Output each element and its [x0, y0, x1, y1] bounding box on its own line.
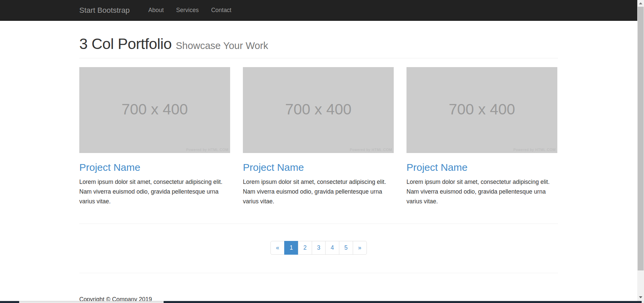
pagination: « 1 2 3 4 5 [270, 241, 367, 255]
page-subtitle: Showcase Your Work [176, 40, 268, 51]
page-content: Start Bootstrap About Services Contact 3… [0, 0, 637, 303]
nav-link-services[interactable]: Services [170, 7, 205, 14]
pagination-page-4-link[interactable]: 4 [325, 241, 339, 255]
pagination-page-5: 5 [339, 241, 353, 255]
placeholder-watermark: Powered by HTML.COM [350, 148, 392, 152]
nav-link-about[interactable]: About [142, 7, 170, 14]
pagination-wrap: « 1 2 3 4 5 [79, 241, 558, 255]
horizontal-scrollbar-thumb[interactable] [19, 301, 164, 303]
project-title-1: Project Name [79, 162, 230, 173]
project-image-link-3[interactable]: 700 x 400 Powered by HTML.COM [406, 67, 557, 153]
page-header: 3 Col Portfolio Showcase Your Work [79, 36, 558, 58]
pagination-page-1-link[interactable]: 1 [284, 241, 298, 255]
project-description-2: Lorem ipsum dolor sit amet, consectetur … [243, 177, 394, 206]
placeholder-dimensions: 700 x 400 [243, 101, 394, 118]
placeholder-watermark: Powered by HTML.COM [186, 148, 228, 152]
pagination-prev: « [270, 241, 285, 255]
project-card-1: 700 x 400 Powered by HTML.COM Project Na… [79, 67, 230, 206]
pagination-next-link[interactable]: » [353, 241, 367, 255]
project-image-link-1[interactable]: 700 x 400 Powered by HTML.COM [79, 67, 230, 153]
pagination-prev-link[interactable]: « [270, 241, 285, 255]
nav-link-contact[interactable]: Contact [205, 7, 238, 14]
placeholder-watermark: Powered by HTML.COM [513, 148, 556, 152]
divider-bottom [79, 273, 558, 273]
vertical-scrollbar-thumb[interactable] [638, 7, 644, 270]
project-title-2: Project Name [243, 162, 394, 173]
placeholder-dimensions: 700 x 400 [406, 101, 557, 118]
pagination-page-5-link[interactable]: 5 [339, 241, 353, 255]
arrow-down-icon [639, 296, 642, 298]
project-card-2: 700 x 400 Powered by HTML.COM Project Na… [243, 67, 394, 206]
vertical-scrollbar[interactable] [637, 0, 644, 303]
pagination-page-4: 4 [326, 241, 339, 255]
pagination-page-2: 2 [298, 241, 312, 255]
project-title-link-2[interactable]: Project Name [243, 162, 304, 173]
arrow-up-icon [639, 2, 642, 4]
project-title-link-3[interactable]: Project Name [406, 162, 468, 173]
page-title: 3 Col Portfolio Showcase Your Work [79, 36, 558, 51]
portfolio-row: 700 x 400 Powered by HTML.COM Project Na… [79, 67, 558, 206]
project-description-3: Lorem ipsum dolor sit amet, consectetur … [406, 177, 557, 206]
navbar: Start Bootstrap About Services Contact [0, 0, 637, 21]
pagination-page-3: 3 [312, 241, 326, 255]
placeholder-dimensions: 700 x 400 [79, 101, 230, 118]
nav-item-contact: Contact [205, 7, 238, 14]
project-card-3: 700 x 400 Powered by HTML.COM Project Na… [406, 67, 557, 206]
project-description-1: Lorem ipsum dolor sit amet, consectetur … [79, 177, 230, 206]
page-title-text: 3 Col Portfolio [79, 35, 172, 52]
pagination-next: » [353, 241, 367, 255]
project-image-link-2[interactable]: 700 x 400 Powered by HTML.COM [243, 67, 394, 153]
divider-top [79, 223, 558, 224]
browser-viewport: Start Bootstrap About Services Contact 3… [0, 0, 644, 303]
scrollbar-corner [642, 301, 644, 303]
scroll-down-button[interactable] [637, 294, 644, 301]
brand-link[interactable]: Start Bootstrap [79, 6, 130, 15]
project-title-3: Project Name [406, 162, 557, 173]
scroll-up-button[interactable] [637, 0, 644, 7]
nav-item-services: Services [170, 7, 205, 14]
pagination-page-3-link[interactable]: 3 [312, 241, 326, 255]
nav-item-about: About [142, 7, 170, 14]
nav-menu: About Services Contact [142, 7, 238, 14]
horizontal-scrollbar[interactable] [0, 301, 644, 303]
project-title-link-1[interactable]: Project Name [79, 162, 140, 173]
pagination-page-2-link[interactable]: 2 [298, 241, 312, 255]
pagination-page-1: 1 [285, 241, 298, 255]
